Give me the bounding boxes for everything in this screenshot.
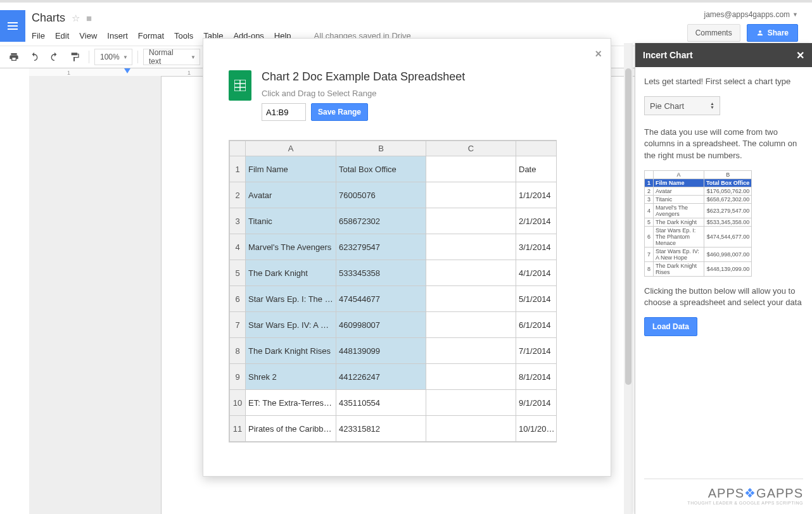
cell[interactable]: 5/1/2014 <box>516 286 557 312</box>
sidepanel-title: Incert Chart <box>643 50 693 60</box>
range-input[interactable] <box>262 103 306 121</box>
table-row[interactable]: 4Marvel's The Avengers6232795473/1/2014 <box>230 234 557 260</box>
cell[interactable] <box>426 312 516 338</box>
cell[interactable] <box>426 260 516 286</box>
share-button[interactable]: Share <box>747 24 798 42</box>
menu-format[interactable]: Format <box>138 31 164 41</box>
cell[interactable] <box>426 390 516 416</box>
modal-title: Chart 2 Doc Example Data Spreadsheet <box>262 70 465 84</box>
sidepanel-intro: Lets get started! First select a chart t… <box>644 76 803 87</box>
cell[interactable]: 441226247 <box>336 364 426 390</box>
app-header: Charts ☆ ■ FileEditViewInsertFormatTools… <box>0 3 812 42</box>
sheets-icon <box>229 70 251 101</box>
cell[interactable]: 658672302 <box>336 208 426 234</box>
comments-button[interactable]: Comments <box>687 24 740 42</box>
menu-insert[interactable]: Insert <box>107 31 128 41</box>
print-icon[interactable] <box>5 49 23 65</box>
chart-type-select[interactable]: Pie Chart ▲▼ <box>644 96 720 115</box>
vertical-scrollbar[interactable] <box>624 43 633 514</box>
cell[interactable]: 448139099 <box>336 338 426 364</box>
table-row[interactable]: 2Avatar760050761/1/2014 <box>230 182 557 208</box>
cell[interactable] <box>426 364 516 390</box>
star-icon[interactable]: ☆ <box>72 13 80 24</box>
cell[interactable]: 435110554 <box>336 390 426 416</box>
table-row[interactable]: 11Pirates of the Caribbea…42331581210/1/… <box>230 416 557 442</box>
cell[interactable]: 474544677 <box>336 286 426 312</box>
load-data-button[interactable]: Load Data <box>644 317 697 336</box>
cell[interactable]: Star Wars Ep. I: The P… <box>246 286 336 312</box>
cell[interactable]: 1/1/2014 <box>516 182 557 208</box>
cell[interactable] <box>426 182 516 208</box>
cell[interactable] <box>426 156 516 182</box>
sidepanel-desc: The data you use will come from two colu… <box>644 127 803 161</box>
cell[interactable]: 4/1/2014 <box>516 260 557 286</box>
cell[interactable]: The Dark Knight Rises <box>246 338 336 364</box>
cell[interactable]: 8/1/2014 <box>516 364 557 390</box>
range-picker-modal: × Chart 2 Doc Example Data Spreadsheet C… <box>203 38 611 477</box>
zoom-select[interactable]: 100%▼ <box>94 49 132 65</box>
example-table: AB 1Film NameTotal Box Office2Avatar$176… <box>644 170 752 277</box>
column-header[interactable]: C <box>426 141 516 156</box>
document-title[interactable]: Charts <box>32 11 65 25</box>
cell[interactable] <box>426 286 516 312</box>
redo-icon[interactable] <box>46 49 63 65</box>
cell[interactable]: 3/1/2014 <box>516 234 557 260</box>
cell[interactable]: Pirates of the Caribbea… <box>246 416 336 442</box>
cell[interactable]: 2/1/2014 <box>516 208 557 234</box>
table-row[interactable]: 10ET: The Extra-Terrestrial4351105549/1/… <box>230 390 557 416</box>
sidepanel-desc2: Clicking the button below will allow you… <box>644 285 803 308</box>
folder-icon[interactable]: ■ <box>86 13 92 23</box>
cell[interactable]: Shrek 2 <box>246 364 336 390</box>
cell[interactable]: 7/1/2014 <box>516 338 557 364</box>
cell[interactable]: Date <box>516 156 557 182</box>
indent-marker-icon[interactable] <box>124 68 130 73</box>
column-header[interactable]: B <box>336 141 426 156</box>
cell[interactable]: Marvel's The Avengers <box>246 234 336 260</box>
cell[interactable]: 9/1/2014 <box>516 390 557 416</box>
cell[interactable]: Avatar <box>246 182 336 208</box>
menu-file[interactable]: File <box>32 31 45 41</box>
cell[interactable]: 6/1/2014 <box>516 312 557 338</box>
sidepanel-close-icon[interactable]: ✕ <box>796 49 804 61</box>
table-row[interactable]: 6Star Wars Ep. I: The P…4745446775/1/201… <box>230 286 557 312</box>
cell[interactable]: 423315812 <box>336 416 426 442</box>
table-row[interactable]: 5The Dark Knight5333453584/1/2014 <box>230 260 557 286</box>
cell[interactable]: Titanic <box>246 208 336 234</box>
table-row[interactable]: 7Star Wars Ep. IV: A Ne…4609980076/1/201… <box>230 312 557 338</box>
cell[interactable]: Total Box Office <box>336 156 426 182</box>
paint-format-icon[interactable] <box>66 49 84 65</box>
cell[interactable] <box>426 234 516 260</box>
menu-tools[interactable]: Tools <box>174 31 193 41</box>
cell[interactable]: 460998007 <box>336 312 426 338</box>
account-email[interactable]: james@apps4gapps.com▼ <box>687 10 798 19</box>
cell[interactable]: 76005076 <box>336 182 426 208</box>
cell[interactable]: 10/1/2014 <box>516 416 557 442</box>
column-header[interactable]: A <box>246 141 336 156</box>
cell[interactable] <box>426 416 516 442</box>
table-row[interactable]: 1Film NameTotal Box OfficeDate <box>230 156 557 182</box>
cell[interactable]: The Dark Knight <box>246 260 336 286</box>
cell[interactable]: 623279547 <box>336 234 426 260</box>
docs-app-icon[interactable] <box>0 10 25 42</box>
sidepanel-footer: APPS❖GAPPS THOUGHT LEADER & GOOGLE APPS … <box>644 479 803 505</box>
brand-logo: APPS❖GAPPS <box>644 486 803 501</box>
cell[interactable]: Star Wars Ep. IV: A Ne… <box>246 312 336 338</box>
undo-icon[interactable] <box>25 49 43 65</box>
spreadsheet-grid[interactable]: ABC 1Film NameTotal Box OfficeDate2Avata… <box>229 141 557 442</box>
table-row[interactable]: 3Titanic6586723022/1/2014 <box>230 208 557 234</box>
cell[interactable]: Film Name <box>246 156 336 182</box>
menu-edit[interactable]: Edit <box>55 31 69 41</box>
insert-chart-panel: Incert Chart ✕ Lets get started! First s… <box>635 43 812 514</box>
modal-close-icon[interactable]: × <box>595 47 602 61</box>
cell[interactable]: 533345358 <box>336 260 426 286</box>
table-row[interactable]: 9Shrek 24412262478/1/2014 <box>230 364 557 390</box>
modal-subtitle: Click and Drag to Select Range <box>262 89 465 98</box>
paragraph-style-select[interactable]: Normal text▼ <box>143 49 200 65</box>
cell[interactable]: ET: The Extra-Terrestrial <box>246 390 336 416</box>
column-header[interactable] <box>516 141 557 156</box>
menu-view[interactable]: View <box>79 31 97 41</box>
table-row[interactable]: 8The Dark Knight Rises4481390997/1/2014 <box>230 338 557 364</box>
save-range-button[interactable]: Save Range <box>311 103 368 121</box>
cell[interactable] <box>426 338 516 364</box>
cell[interactable] <box>426 208 516 234</box>
